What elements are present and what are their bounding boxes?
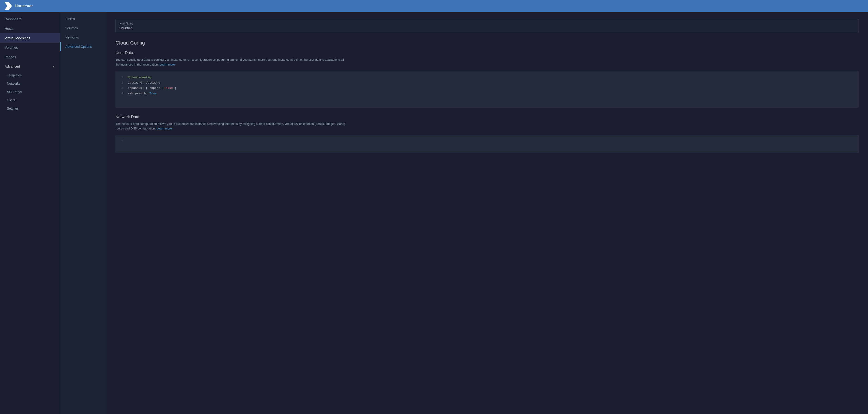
code-line-3: 3 chpasswd: { expire: False } [119, 85, 855, 91]
harvester-logo-icon [5, 2, 12, 10]
sidebar-item-virtual-machines[interactable]: Virtual Machines [0, 33, 60, 43]
sub-nav-networks[interactable]: Networks [60, 33, 106, 42]
top-header: Harvester [0, 0, 868, 12]
sub-nav: Basics Volumes Networks Advanced Options [60, 12, 106, 414]
network-data-description: The network-data configuration allows yo… [116, 122, 346, 131]
sidebar-advanced-section[interactable]: Advanced ▲ [0, 62, 60, 71]
user-data-description: You can specify user data to configure a… [116, 58, 346, 67]
host-name-value: ubuntu-1 [119, 26, 855, 30]
network-data-editor[interactable]: 1 [116, 135, 859, 153]
sidebar-item-ssh-keys[interactable]: SSH Keys [0, 88, 60, 96]
sidebar-item-volumes[interactable]: Volumes [0, 43, 60, 52]
sub-nav-basics[interactable]: Basics [60, 14, 106, 24]
host-name-label: Host Name [119, 22, 855, 25]
sidebar: Dashboard Hosts Virtual Machines Volumes… [0, 12, 60, 414]
network-data-section: Network Data: The network-data configura… [116, 115, 859, 153]
code-line-4: 4 ssh_pwauth: True [119, 91, 855, 96]
sidebar-item-images[interactable]: Images [0, 52, 60, 62]
cloud-config-title: Cloud Config [116, 40, 859, 46]
sidebar-item-settings[interactable]: Settings [0, 104, 60, 113]
sidebar-item-dashboard[interactable]: Dashboard [0, 14, 60, 24]
main-content: Host Name ubuntu-1 Cloud Config User Dat… [106, 12, 868, 414]
user-data-title: User Data: [116, 50, 859, 55]
logo-area: Harvester [5, 2, 33, 10]
user-data-section: User Data: You can specify user data to … [116, 50, 859, 108]
sub-nav-volumes[interactable]: Volumes [60, 24, 106, 33]
sidebar-item-hosts[interactable]: Hosts [0, 24, 60, 33]
user-data-learn-more[interactable]: Learn more [160, 63, 175, 66]
network-data-learn-more[interactable]: Learn more [157, 127, 172, 130]
sidebar-item-users[interactable]: Users [0, 96, 60, 104]
network-code-line-1: 1 [119, 139, 855, 144]
host-name-field: Host Name ubuntu-1 [116, 19, 859, 33]
sub-nav-advanced-options[interactable]: Advanced Options [60, 42, 106, 51]
code-line-1: 1 #cloud-config [119, 75, 855, 80]
sidebar-advanced-label: Advanced [5, 64, 20, 68]
chevron-up-icon: ▲ [53, 65, 55, 68]
app-title: Harvester [15, 4, 33, 8]
main-layout: Dashboard Hosts Virtual Machines Volumes… [0, 12, 868, 414]
sidebar-item-networks[interactable]: Networks [0, 79, 60, 88]
network-data-title: Network Data: [116, 115, 859, 119]
code-line-2: 2 password: password [119, 80, 855, 85]
user-data-editor[interactable]: 1 #cloud-config 2 password: password 3 c… [116, 71, 859, 108]
sidebar-item-templates[interactable]: Templates [0, 71, 60, 79]
